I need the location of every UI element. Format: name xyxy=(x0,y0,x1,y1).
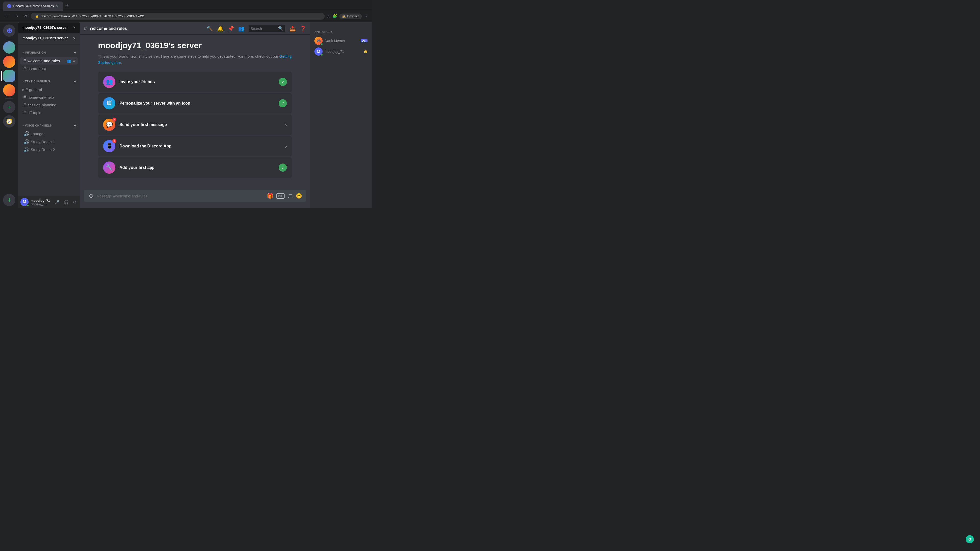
emoji-icon[interactable]: 😊 xyxy=(296,193,302,199)
server-dropdown-icon[interactable]: ∨ xyxy=(73,36,76,40)
channel-members-icon[interactable]: 👥 xyxy=(67,59,71,63)
bookmark-icon[interactable]: ☆ xyxy=(327,14,330,19)
gs-personalize-icon: 🖼 xyxy=(103,97,115,110)
gs-app-check: ✓ xyxy=(279,164,287,171)
gift-icon[interactable]: 🎁 xyxy=(267,193,273,199)
discord-home-button[interactable]: ⊕ xyxy=(3,24,15,37)
gs-card-message[interactable]: 💬 ! Send your first message › xyxy=(98,114,292,135)
nav-forward-button[interactable]: → xyxy=(13,13,21,20)
main-content: # welcome-and-rules 🔨 🔔 📌 👥 Search 🔍 📥 ❓… xyxy=(80,22,310,208)
add-channel-button-info[interactable]: + xyxy=(73,49,78,56)
channel-hash-icon-general: # xyxy=(25,87,28,92)
channel-item-general[interactable]: ▶ # general xyxy=(21,86,78,94)
channel-list: ▾ INFORMATION + # welcome-and-rules 👥 ⚙ … xyxy=(18,43,80,196)
search-bar-placeholder: Search xyxy=(251,27,276,30)
user-avatar[interactable]: M xyxy=(21,198,29,206)
server-icon-4[interactable] xyxy=(3,84,15,97)
gs-card-personalize[interactable]: 🖼 Personalize your server with an icon ✓ xyxy=(98,93,292,114)
moodjoy-avatar: M xyxy=(314,48,323,56)
incognito-icon: 🕵 xyxy=(342,14,346,18)
server-name-header[interactable]: moodjoy71_03619's server ∨ xyxy=(18,33,80,43)
server-divider-2 xyxy=(5,98,13,99)
server-dropdown-arrow[interactable]: ✕ xyxy=(73,26,76,29)
address-bar[interactable]: 🔒 discord.com/channels/11827258094007132… xyxy=(31,13,325,20)
member-item-moodjoy[interactable]: M moodjoy_71 👑 xyxy=(312,46,369,57)
gs-download-chevron: › xyxy=(285,143,287,149)
gs-message-chevron: › xyxy=(285,122,287,128)
add-server-button[interactable]: + xyxy=(3,101,15,113)
message-input-field[interactable] xyxy=(97,191,265,201)
add-content-button[interactable]: ⊕ xyxy=(88,190,94,202)
search-bar[interactable]: Search 🔍 xyxy=(248,25,285,32)
add-channel-button-text[interactable]: + xyxy=(73,78,78,85)
bell-icon[interactable]: 🔔 xyxy=(217,25,224,32)
channel-name-here-text: name-here xyxy=(27,66,76,71)
channel-study1-name: Study Room 1 xyxy=(30,140,76,144)
download-app-button[interactable]: ⬇ xyxy=(3,194,15,206)
gs-card-invite[interactable]: 👥 Invite your friends ✓ xyxy=(98,72,292,92)
gs-personalize-label: Personalize your server with an icon xyxy=(119,101,275,106)
sticker-icon[interactable]: 🏷 xyxy=(288,193,293,199)
channel-header-name: welcome-and-rules xyxy=(90,26,127,31)
tab-favicon: ● xyxy=(7,4,11,8)
category-text-channels[interactable]: ▾ TEXT CHANNELS + xyxy=(18,74,80,86)
user-settings-button[interactable]: ⚙ xyxy=(72,199,78,206)
pin-icon[interactable]: 📌 xyxy=(228,25,234,32)
dankmemer-name: Dank Memer xyxy=(325,39,359,43)
gs-message-label: Send your first message xyxy=(119,122,281,127)
channel-settings-icon[interactable]: ⚙ xyxy=(73,59,76,63)
gs-app-label: Add your first app xyxy=(119,165,275,170)
mute-button[interactable]: 🎤 xyxy=(54,199,61,206)
nav-back-button[interactable]: ← xyxy=(3,13,11,20)
channel-item-session[interactable]: # session-planning xyxy=(21,101,78,109)
moodjoy-name: moodjoy_71 xyxy=(325,49,362,54)
add-voice-channel-button[interactable]: + xyxy=(73,122,78,129)
header-actions: 🔨 🔔 📌 👥 Search 🔍 📥 ❓ xyxy=(207,25,306,32)
voice-icon-study1: 🔊 xyxy=(24,139,29,144)
incognito-badge: 🕵 Incognito xyxy=(339,14,362,19)
channel-hash-icon-sp: # xyxy=(24,102,26,108)
inbox-icon[interactable]: 📥 xyxy=(290,25,296,32)
extension-icon[interactable]: 🧩 xyxy=(332,14,337,19)
server-icon-1[interactable] xyxy=(3,41,15,54)
hammer-icon[interactable]: 🔨 xyxy=(207,25,213,32)
category-voice-channels[interactable]: ▾ VOICE CHANNELS + xyxy=(18,118,80,130)
nav-refresh-button[interactable]: ↻ xyxy=(22,13,29,20)
gif-button[interactable]: GIF xyxy=(277,193,285,199)
channel-item-offtopic[interactable]: # off-topic xyxy=(21,109,78,116)
incognito-label: Incognito xyxy=(347,14,360,18)
channel-item-lounge[interactable]: 🔊 Lounge xyxy=(21,130,78,138)
server-header[interactable]: moodjoy71_03619's server ✕ xyxy=(18,22,80,33)
channel-item-study1[interactable]: 🔊 Study Room 1 xyxy=(21,138,78,146)
gs-card-download[interactable]: 📱 ! Download the Discord App › xyxy=(98,136,292,156)
channel-header: # welcome-and-rules 🔨 🔔 📌 👥 Search 🔍 📥 ❓ xyxy=(80,22,310,35)
gs-card-app[interactable]: 🔧 Add your first app ✓ xyxy=(98,157,292,178)
channel-item-homework[interactable]: # homework-help xyxy=(21,94,78,101)
message-area: moodjoy71_03619's server This is your br… xyxy=(80,35,310,190)
message-input-actions: 🎁 GIF 🏷 😊 xyxy=(267,193,302,199)
browser-tab-active[interactable]: ● Discord | #welcome-and-rules ✕ xyxy=(3,2,63,11)
channel-homework-name: homework-help xyxy=(27,95,76,100)
category-information[interactable]: ▾ INFORMATION + xyxy=(18,45,80,57)
channel-study2-name: Study Room 2 xyxy=(30,148,76,152)
deafen-button[interactable]: 🎧 xyxy=(63,199,70,206)
channel-welcome-name: welcome-and-rules xyxy=(27,59,65,63)
channel-item-welcome[interactable]: # welcome-and-rules 👥 ⚙ xyxy=(21,57,78,65)
server-icon-2[interactable] xyxy=(3,56,15,68)
channel-hash-icon: # xyxy=(24,58,26,64)
browser-menu-icon[interactable]: ⋮ xyxy=(364,14,369,19)
message-input-box: ⊕ 🎁 GIF 🏷 😊 xyxy=(84,190,306,202)
server-icon-active[interactable] xyxy=(3,70,15,82)
discover-servers-button[interactable]: 🧭 xyxy=(3,115,15,127)
tab-close-icon[interactable]: ✕ xyxy=(56,4,59,8)
owner-crown-icon: 👑 xyxy=(364,50,368,53)
channel-item-study2[interactable]: 🔊 Study Room 2 xyxy=(21,146,78,154)
text-category-collapse-icon: ▾ xyxy=(22,80,24,83)
help-icon[interactable]: ❓ xyxy=(300,25,306,32)
members-list-icon[interactable]: 👥 xyxy=(238,25,245,32)
channel-item-name-here[interactable]: # name-here xyxy=(21,65,78,72)
channel-hash-icon-2: # xyxy=(24,66,26,71)
new-tab-button[interactable]: + xyxy=(64,2,71,9)
member-item-dankmemer[interactable]: 🎮 Dank Memer BOT xyxy=(312,36,369,46)
channel-general-name: general xyxy=(29,87,76,92)
